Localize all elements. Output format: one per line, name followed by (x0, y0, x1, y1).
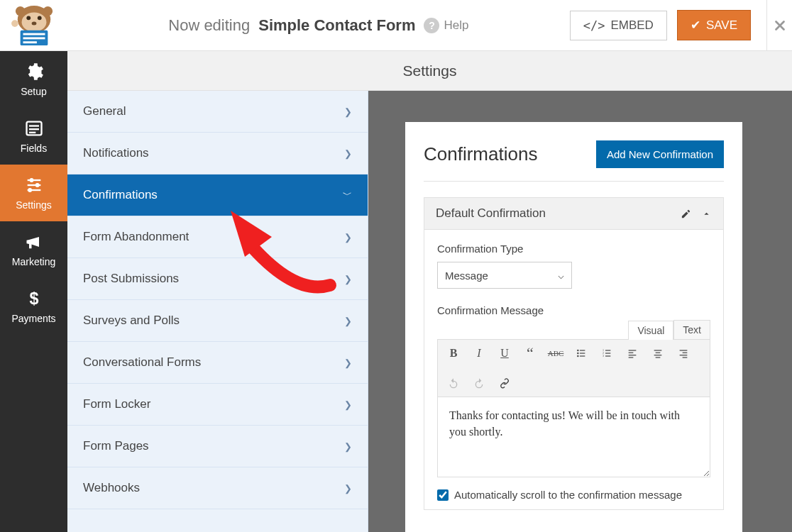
svg-rect-37 (629, 355, 637, 355)
undo-icon[interactable] (444, 374, 463, 392)
panel-title: Confirmations (424, 143, 537, 165)
panel-header: Confirmations Add New Confirmation (424, 140, 724, 182)
chevron-right-icon: ❯ (344, 358, 352, 368)
rail-setup[interactable]: Setup (0, 51, 67, 108)
confirmation-type-select[interactable]: Message ⌵ (437, 262, 572, 289)
top-actions: </> EMBED ✔ SAVE (570, 10, 766, 40)
svg-rect-9 (23, 37, 45, 39)
underline-icon[interactable]: U (495, 344, 515, 362)
confirmations-panel: Confirmations Add New Confirmation Defau… (405, 122, 742, 532)
help-link[interactable]: ? Help (424, 18, 468, 33)
close-icon (772, 18, 788, 33)
settings-menu: General❯ Notifications❯ Confirmations﹀ F… (67, 91, 368, 532)
confirmation-message-label: Confirmation Message (437, 304, 710, 316)
align-left-icon[interactable] (622, 344, 642, 362)
quote-icon[interactable]: “ (520, 344, 540, 362)
svg-rect-26 (580, 350, 585, 350)
settings-item-webhooks[interactable]: Webhooks❯ (67, 467, 368, 509)
svg-rect-35 (629, 350, 637, 350)
close-button[interactable] (766, 0, 792, 51)
align-center-icon[interactable] (648, 344, 668, 362)
chevron-up-icon[interactable] (701, 209, 712, 219)
svg-rect-34 (605, 355, 610, 356)
editing-prefix: Now editing (168, 16, 250, 35)
chevron-right-icon: ❯ (344, 316, 352, 326)
settings-item-surveys-polls[interactable]: Surveys and Polls❯ (67, 300, 368, 342)
code-icon: </> (583, 18, 605, 33)
align-right-icon[interactable] (673, 344, 693, 362)
gear-icon (24, 62, 44, 82)
svg-rect-44 (683, 353, 688, 353)
svg-rect-8 (23, 33, 45, 35)
main-area: General❯ Notifications❯ Confirmations﹀ F… (67, 91, 792, 532)
svg-point-23 (577, 350, 579, 352)
svg-rect-45 (680, 355, 688, 355)
settings-item-notifications[interactable]: Notifications❯ (67, 133, 368, 174)
svg-text:$: $ (29, 289, 38, 308)
auto-scroll-checkbox[interactable] (437, 489, 449, 501)
list-icon (24, 118, 44, 138)
svg-rect-33 (605, 353, 610, 353)
editor-content[interactable]: Thanks for contacting us! We will be in … (438, 397, 710, 477)
italic-icon[interactable]: I (469, 344, 489, 362)
svg-rect-39 (654, 350, 662, 350)
editing-title: Now editing Simple Contact Form ? Help (67, 16, 570, 35)
svg-rect-32 (605, 350, 610, 350)
confirmation-name: Default Confirmation (436, 206, 546, 221)
settings-item-form-locker[interactable]: Form Locker❯ (67, 384, 368, 426)
auto-scroll-option[interactable]: Automatically scroll to the confirmation… (437, 489, 710, 501)
link-icon[interactable] (495, 374, 515, 392)
pencil-icon[interactable] (681, 209, 691, 219)
sliders-icon (24, 175, 44, 195)
rail-fields[interactable]: Fields (0, 108, 67, 165)
settings-header: Settings (67, 51, 792, 91)
chevron-down-icon: ⌵ (558, 269, 564, 282)
svg-text:3: 3 (603, 354, 604, 358)
add-new-confirmation-button[interactable]: Add New Confirmation (596, 140, 724, 168)
editor-tab-text[interactable]: Text (673, 320, 710, 339)
number-list-icon[interactable]: 123 (597, 344, 617, 362)
rich-text-editor: Visual Text B I U “ ABC 123 (437, 339, 710, 477)
svg-rect-40 (656, 353, 661, 353)
chevron-right-icon: ❯ (344, 148, 352, 159)
svg-rect-43 (680, 350, 688, 350)
settings-item-form-pages[interactable]: Form Pages❯ (67, 426, 368, 467)
dollar-icon: $ (24, 289, 44, 309)
settings-item-post-submissions[interactable]: Post Submissions❯ (67, 258, 368, 300)
bullet-list-icon[interactable] (571, 344, 591, 362)
settings-item-form-abandonment[interactable]: Form Abandonment❯ (67, 216, 368, 258)
svg-point-17 (29, 178, 33, 182)
settings-item-general[interactable]: General❯ (67, 91, 368, 133)
strike-icon[interactable]: ABC (546, 344, 566, 362)
svg-point-24 (577, 353, 579, 355)
confirmation-box-header[interactable]: Default Confirmation (424, 198, 723, 230)
editor-toolbar: B I U “ ABC 123 (438, 340, 710, 397)
rail-settings[interactable]: Settings (0, 165, 67, 221)
rail-payments[interactable]: $ Payments (0, 278, 67, 335)
chevron-down-icon: ﹀ (343, 189, 352, 201)
embed-button[interactable]: </> EMBED (570, 11, 667, 40)
settings-item-confirmations[interactable]: Confirmations﹀ (67, 174, 368, 216)
svg-rect-10 (23, 41, 36, 43)
help-icon: ? (424, 18, 439, 33)
svg-rect-42 (656, 357, 661, 358)
confirmation-box: Default Confirmation Confirmation Type M… (424, 197, 724, 510)
svg-point-25 (577, 355, 579, 358)
settings-item-conversational-forms[interactable]: Conversational Forms❯ (67, 342, 368, 384)
confirmation-body: Confirmation Type Message ⌵ Confirmation… (424, 230, 723, 509)
svg-rect-41 (654, 355, 662, 355)
svg-rect-36 (629, 353, 634, 353)
wpforms-logo (0, 0, 67, 51)
redo-icon[interactable] (469, 374, 489, 392)
save-button[interactable]: ✔ SAVE (677, 10, 751, 40)
rail-marketing[interactable]: Marketing (0, 221, 67, 278)
editor-tab-visual[interactable]: Visual (628, 321, 673, 340)
left-rail: Setup Fields Settings Marketing $ Paymen… (0, 51, 67, 532)
svg-point-6 (31, 21, 36, 25)
chevron-right-icon: ❯ (344, 441, 352, 452)
bold-icon[interactable]: B (444, 344, 463, 362)
check-icon: ✔ (691, 18, 700, 33)
bullhorn-icon (24, 232, 44, 252)
svg-point-11 (11, 20, 18, 27)
chevron-right-icon: ❯ (344, 399, 352, 410)
